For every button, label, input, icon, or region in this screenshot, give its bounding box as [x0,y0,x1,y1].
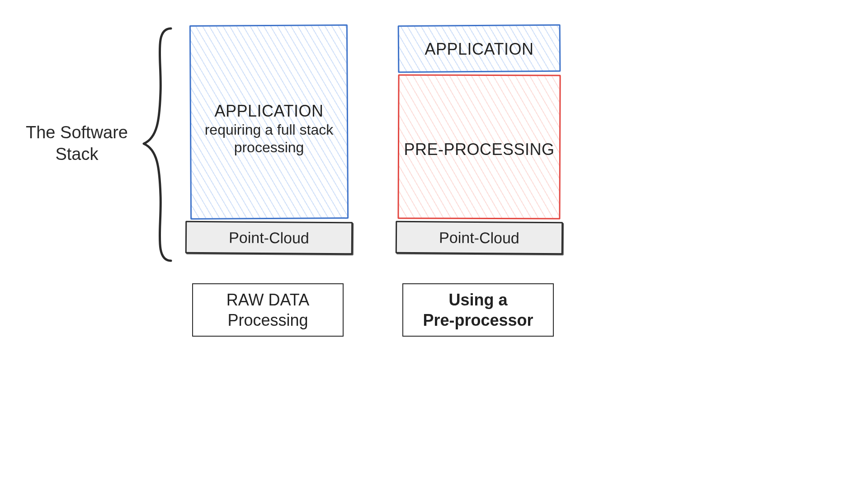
left-pointcloud-label: Point-Cloud [229,229,309,247]
side-label: The Software Stack [18,122,136,165]
side-label-line1: The Software [26,123,128,142]
left-application-text: APPLICATION requiring a full stack proce… [190,102,348,156]
right-preprocessing-text: PRE-PROCESSING [398,140,561,159]
left-app-title: APPLICATION [190,102,348,121]
right-app-title: APPLICATION [398,40,561,59]
side-label-line2: Stack [55,145,98,164]
right-caption-line2: Pre-processor [423,310,533,330]
left-app-sub2: processing [190,139,348,156]
right-mid-title: PRE-PROCESSING [398,140,561,159]
curly-brace-icon [136,25,176,264]
left-caption: RAW DATA Processing [192,283,344,337]
right-pointcloud-box: Point-Cloud [396,221,563,255]
left-caption-line2: Processing [227,310,308,330]
left-caption-line1: RAW DATA [226,290,309,310]
right-caption-line1: Using a [448,290,507,310]
right-application-text: APPLICATION [398,40,561,59]
left-pointcloud-box: Point-Cloud [185,221,353,255]
left-app-sub1: requiring a full stack [190,122,348,138]
right-caption: Using a Pre-processor [402,283,554,337]
right-pointcloud-label: Point-Cloud [439,229,519,247]
